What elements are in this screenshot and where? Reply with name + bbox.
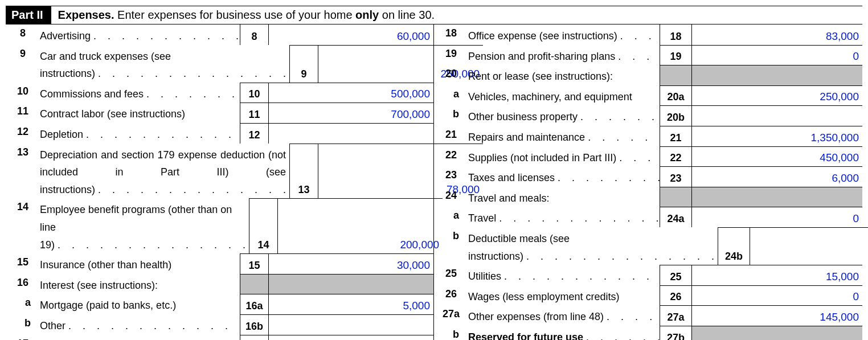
line-label: Depreciation and section 179 expense ded… [40,144,289,199]
amount-value[interactable]: 0 [691,45,862,65]
line-number: 10 [6,83,40,103]
amount-value[interactable] [691,187,862,207]
line-number: b [434,105,468,126]
amount-value[interactable] [268,123,433,144]
line-label: Other . . . . . . . . . . . . . . [40,314,240,335]
amount-value[interactable]: 450,000 [691,146,862,167]
box-number: 17 [240,335,268,341]
box-number: 27a [660,305,691,326]
box-number: 21 [660,126,691,146]
line-label: Legal and professional services [40,335,240,341]
line-row: 17Legal and professional services171,200… [6,335,433,341]
line-label: Travel and meals: [468,187,660,207]
line-number: 24 [434,187,468,207]
line-label: Vehicles, machinery, and equipment [468,85,660,106]
line-label: Mortgage (paid to banks, etc.) [40,294,240,314]
line-number: b [6,314,40,335]
amount-value[interactable]: 83,000 [691,24,862,45]
line-number: 15 [6,253,40,274]
leader-dots: . . . . . . . . . . . . . . [95,184,286,195]
title-end: on line 30. [379,9,435,21]
line-row: 24Travel and meals: [434,187,862,207]
line-label: Depletion . . . . . . . . . . . . . . [40,123,240,144]
line-number: 14 [6,198,40,253]
box-number: 19 [660,45,691,65]
line-number: b [434,227,468,265]
amount-value[interactable]: 6,000 [691,166,862,187]
line-row: 13Depreciation and section 179 expense d… [6,144,433,199]
amount-value[interactable]: 145,000 [691,305,862,326]
amount-value[interactable]: 0 [691,207,862,227]
line-label: Reserved for future use . . . . . . . . … [468,326,660,340]
amount-value[interactable]: 15,000 [691,265,862,285]
line-label: Other business property . . . . . . . . … [468,105,660,126]
leader-dots: . . . . . . . . . . . . . . [555,172,660,183]
line-label: Taxes and licenses . . . . . . . . . . .… [468,166,660,187]
amount-value[interactable] [691,65,862,85]
box-number [660,187,691,207]
amount-value[interactable]: 1,350,000 [691,126,862,146]
amount-value[interactable] [268,314,433,335]
line-label: Other expenses (from line 48) . . . . . … [468,305,660,326]
amount-value[interactable]: 700,000 [268,103,433,123]
amount-value[interactable]: 30,000 [268,253,433,274]
box-number: 8 [240,24,268,45]
title-rest: Enter expenses for business use of your … [114,9,356,21]
leader-dots: . . . . . . . . . . . . . . [501,271,660,282]
amount-value[interactable] [268,274,433,294]
line-row: 21Repairs and maintenance . . . . . . . … [434,126,862,146]
amount-value[interactable]: 5,000 [268,294,433,314]
box-number: 9 [289,45,318,83]
box-number: 12 [240,123,268,144]
leader-dots: . . . . . . . . . . . . . . [578,111,660,122]
line-label: Wages (less employment credits) [468,285,660,306]
box-number: 10 [240,83,268,103]
leader-dots: . . . . . . . . . . . . . . [496,212,660,224]
amount-value[interactable]: 200,000 [277,198,443,253]
left-column: 8Advertising . . . . . . . . . . . . . .… [6,24,434,340]
line-row: aTravel . . . . . . . . . . . . . .24a0 [434,207,862,227]
amount-value[interactable]: 250,000 [691,85,862,106]
line-label: Office expense (see instructions) . . . … [468,24,660,45]
line-number: a [434,207,468,227]
line-row: 10Commissions and fees . . . . . . . . .… [6,83,433,103]
box-number: 23 [660,166,691,187]
amount-value[interactable] [691,326,862,340]
title-prefix: Expenses. [58,9,114,21]
line-number: 27a [434,305,468,326]
amount-value[interactable]: 1,200,000 [268,335,433,341]
leader-dots: . . . . . . . . . . . . . . [616,152,660,163]
amount-value[interactable] [691,105,862,126]
line-number: 25 [434,265,468,285]
amount-value[interactable]: 500,000 [268,83,433,103]
line-row: 27aOther expenses (from line 48) . . . .… [434,305,862,326]
part-badge: Part II [6,6,51,24]
amount-value[interactable]: 0 [691,285,862,306]
line-number: 20 [434,65,468,85]
line-row: 8Advertising . . . . . . . . . . . . . .… [6,24,433,45]
line-number: 26 [434,285,468,306]
leader-dots: . . . . . . . . . . . . . . [144,88,240,100]
leader-dots: . . . . . . . . . . . . . . [585,132,660,143]
leader-dots: . . . . . . . . . . . . . . [83,129,240,140]
leader-dots: . . . . . . . . . . . . . . [604,311,660,322]
box-number: 27b [660,326,691,340]
line-label: Contract labor (see instructions) [40,103,240,123]
leader-dots: . . . . . . . . . . . . . . [523,251,714,262]
line-label: Commissions and fees . . . . . . . . . .… [40,83,240,103]
amount-value[interactable]: 60,000 [268,24,433,45]
line-row: 9Car and truck expenses (see instruction… [6,45,433,83]
line-label: Repairs and maintenance . . . . . . . . … [468,126,660,146]
line-row: 23Taxes and licenses . . . . . . . . . .… [434,166,862,187]
amount-value[interactable]: 40,000 [750,227,868,265]
box-number [660,65,691,85]
line-number: 11 [6,103,40,123]
line-number: 21 [434,126,468,146]
leader-dots: . . . . . . . . . . . . . . [615,51,660,62]
box-number: 25 [660,265,691,285]
line-label: Employee benefit programs (other than on… [40,198,249,253]
line-row: aMortgage (paid to banks, etc.)16a5,000 [6,294,433,314]
leader-dots: . . . . . . . . . . . . . . [95,68,286,79]
line-row: 19Pension and profit-sharing plans . . .… [434,45,862,65]
line-row: 25Utilities . . . . . . . . . . . . . .2… [434,265,862,285]
